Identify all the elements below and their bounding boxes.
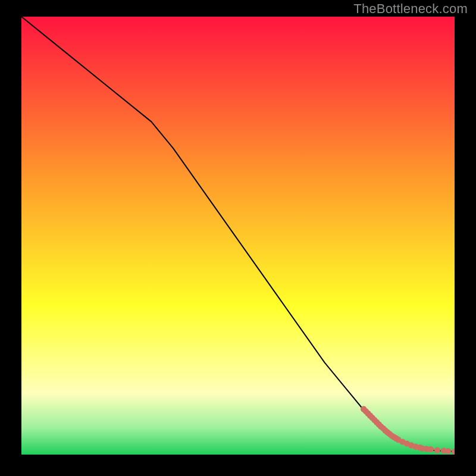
- plot-area: [21, 17, 455, 455]
- watermark-text: TheBottleneck.com: [353, 1, 468, 17]
- data-point-marker: [428, 446, 434, 452]
- data-point-marker: [445, 448, 451, 454]
- data-point-marker: [434, 447, 440, 453]
- gradient-background: [21, 17, 455, 455]
- bottleneck-chart-svg: [21, 17, 455, 455]
- chart-frame: TheBottleneck.com: [0, 0, 476, 476]
